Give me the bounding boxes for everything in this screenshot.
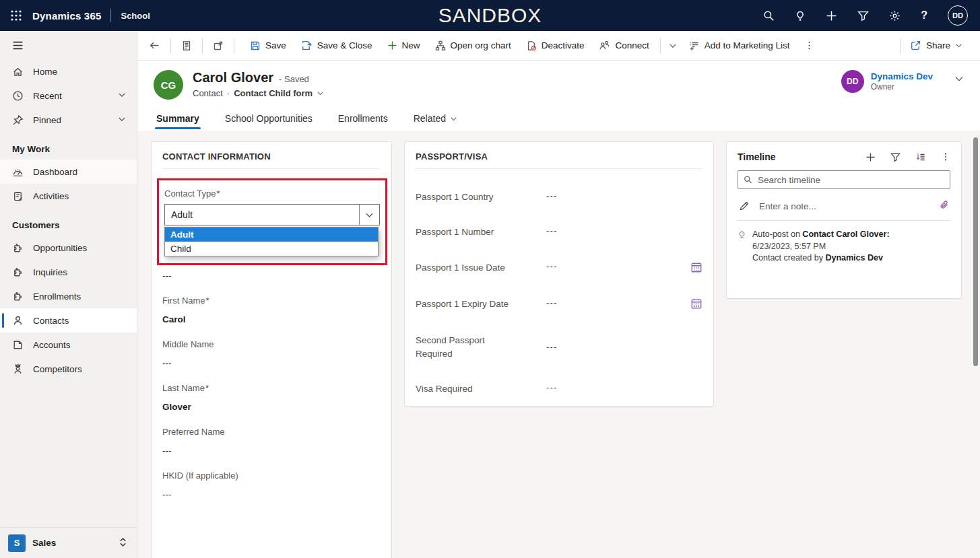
pencil-icon (739, 201, 750, 211)
timeline-post[interactable]: Auto-post on Contact Carol Glover: 6/23/… (738, 230, 950, 263)
calendar-icon[interactable] (690, 261, 703, 276)
form-notes-button[interactable] (175, 35, 198, 57)
area-switcher[interactable]: S Sales (0, 527, 137, 558)
tab-summary[interactable]: Summary (155, 109, 201, 131)
owner-name-link[interactable]: Dynamics Dev (871, 71, 933, 81)
timeline-title: Timeline (738, 151, 776, 162)
sidebar-item-recent[interactable]: Recent (0, 83, 137, 108)
field-second-passport-required: Second Passport Required --- (405, 334, 713, 361)
open-in-new-window-button[interactable] (207, 35, 230, 57)
app-area-name[interactable]: School (121, 11, 150, 21)
calendar-icon[interactable] (690, 298, 703, 312)
share-button[interactable]: Share (903, 35, 969, 57)
attachment-paperclip-icon[interactable] (939, 200, 949, 212)
save-and-close-button[interactable]: Save & Close (294, 35, 379, 57)
chevron-down-icon[interactable] (118, 91, 126, 101)
timeline-search-input[interactable] (758, 175, 944, 185)
connect-split-chevron[interactable] (665, 35, 681, 57)
sidebar-item-accounts[interactable]: Accounts (0, 333, 137, 357)
entity-puzzle-icon (12, 267, 24, 278)
tab-related[interactable]: Related (412, 109, 459, 131)
form-tabs: Summary School Opportunities Enrollments… (154, 109, 964, 131)
sidebar-item-competitors[interactable]: Competitors (0, 357, 137, 381)
sidebar-item-opportunities[interactable]: Opportunities (0, 236, 137, 260)
contact-avatar: CG (154, 70, 183, 100)
add-to-marketing-list-button[interactable]: Add to Marketing List (682, 35, 797, 57)
connect-button[interactable]: Connect (592, 35, 655, 57)
clock-icon (12, 90, 24, 102)
new-button[interactable]: New (381, 35, 427, 57)
timeline-add-icon[interactable] (865, 152, 876, 162)
chevron-down-icon (450, 115, 457, 123)
vertical-scrollbar[interactable] (973, 137, 978, 366)
area-switch-icon[interactable] (119, 537, 127, 549)
plus-icon[interactable] (826, 10, 837, 22)
sidebar-item-pinned[interactable]: Pinned (0, 108, 137, 132)
sidebar-item-contacts[interactable]: Contacts (0, 308, 137, 333)
chevron-down-icon (669, 42, 677, 50)
timeline-collapse-all-icon[interactable] (915, 152, 926, 162)
share-icon (910, 40, 921, 51)
sidebar-group-customers: Customers (0, 208, 137, 236)
header-collapse-chevron[interactable] (954, 70, 964, 86)
clipboard-icon (12, 190, 24, 202)
sidebar-item-inquiries[interactable]: Inquiries (0, 260, 137, 284)
sidebar-item-dashboard[interactable]: Dashboard (0, 160, 137, 184)
dropdown-option-child[interactable]: Child (165, 242, 378, 256)
timeline-section: Timeline (726, 141, 962, 299)
timeline-filter-icon[interactable] (890, 152, 901, 162)
form-selector[interactable]: Contact Child form (234, 88, 313, 98)
sidebar-item-enrollments[interactable]: Enrollments (0, 284, 137, 308)
back-button[interactable] (143, 35, 166, 57)
owner-avatar: DD (841, 70, 864, 93)
more-commands-button[interactable] (798, 35, 820, 57)
new-plus-icon (387, 40, 397, 50)
save-status: - Saved (279, 74, 309, 84)
app-name[interactable]: Dynamics 365 (32, 10, 101, 22)
dropdown-option-adult[interactable]: Adult (165, 228, 378, 242)
passport-visa-section: PASSPORT/VISA Passport 1 Country --- Pas… (404, 141, 714, 407)
owner-field[interactable]: DD Dynamics Dev Owner (841, 70, 937, 93)
filter-icon[interactable] (857, 10, 869, 22)
search-icon[interactable] (763, 10, 775, 22)
sidebar-item-home[interactable]: Home (0, 59, 137, 83)
save-icon (250, 40, 261, 51)
user-avatar[interactable]: DD (948, 5, 968, 26)
contact-type-select[interactable]: Adult (164, 204, 380, 225)
timeline-more-icon[interactable] (941, 152, 950, 162)
entity-puzzle-icon (12, 242, 24, 254)
timeline-note-entry[interactable]: Enter a note... (738, 197, 950, 215)
connect-people-icon (599, 40, 610, 51)
chevron-down-icon (955, 42, 962, 49)
timeline-search-box[interactable] (738, 170, 950, 189)
field-middle-name: Middle Name --- (152, 339, 391, 368)
select-chevron-icon[interactable] (359, 205, 379, 225)
field-passport1-issue-date: Passport 1 Issue Date --- (405, 261, 713, 276)
marketing-list-icon (689, 40, 700, 51)
section-title: PASSPORT/VISA (405, 142, 713, 168)
field-value-hidden-by-dropdown[interactable]: --- (152, 271, 391, 281)
popout-icon (213, 40, 224, 51)
chevron-down-icon[interactable] (118, 115, 126, 125)
lightbulb-icon[interactable] (795, 10, 806, 22)
open-org-chart-button[interactable]: Open org chart (428, 35, 518, 57)
search-icon (744, 175, 752, 184)
help-icon[interactable]: ? (921, 9, 927, 22)
home-icon (12, 66, 24, 77)
entity-type-label: Contact (193, 88, 223, 98)
record-header: CG Carol Glover - Saved Contact · Contac… (137, 61, 980, 131)
deactivate-button[interactable]: Deactivate (519, 35, 591, 57)
command-bar: Save Save & Close New Open org chart Dea… (137, 31, 980, 61)
hamburger-menu-icon[interactable] (0, 31, 137, 59)
section-title: CONTACT INFORMATION (152, 142, 391, 168)
settings-gear-icon[interactable] (889, 10, 901, 22)
sidebar-group-my-work: My Work (0, 132, 137, 160)
app-launcher-waffle-icon[interactable] (0, 9, 32, 22)
sidebar-item-activities[interactable]: Activities (0, 184, 137, 208)
post-subject: Contact Carol Glover: (802, 230, 889, 239)
tab-enrollments[interactable]: Enrollments (337, 109, 389, 131)
chevron-down-icon[interactable] (317, 90, 324, 97)
tab-school-opportunities[interactable]: School Opportunities (224, 109, 314, 131)
top-navigation-bar: Dynamics 365 School SANDBOX ? DD (0, 0, 980, 31)
save-button[interactable]: Save (238, 35, 293, 57)
